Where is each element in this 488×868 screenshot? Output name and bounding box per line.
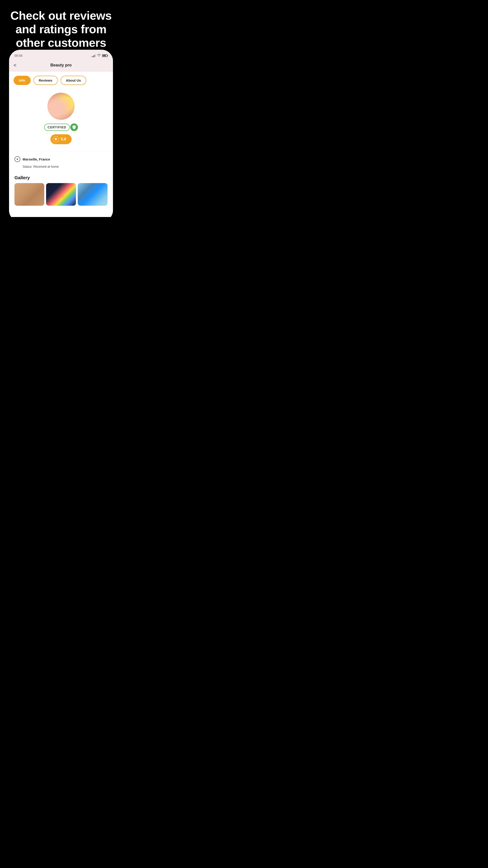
tab-info[interactable]: Info xyxy=(13,76,31,85)
wifi-icon xyxy=(97,54,101,57)
certified-label: CERTIFIED xyxy=(48,125,66,129)
certified-badge: CERTIFIED xyxy=(44,124,70,131)
signal-icon xyxy=(92,54,96,57)
info-section: Marseille, France Status: Received at ho… xyxy=(9,151,113,174)
avatar xyxy=(47,93,74,120)
location-icon xyxy=(14,156,20,162)
status-icons xyxy=(92,54,107,57)
gallery-item-3[interactable] xyxy=(78,183,107,206)
gallery-item-2[interactable] xyxy=(46,183,76,206)
rating-badge: 5.0 xyxy=(51,134,72,144)
status-time: 00:04 xyxy=(14,54,22,57)
certified-container: CERTIFIED xyxy=(44,123,78,131)
rating-value: 5.0 xyxy=(61,137,66,142)
battery-icon xyxy=(102,54,107,57)
hero-title: Check out reviews and ratings from other… xyxy=(7,9,115,50)
nav-bar: < Beauty pro xyxy=(9,61,113,72)
star-icon xyxy=(53,136,59,143)
location-text: Marseille, France xyxy=(23,157,50,161)
location-row: Marseille, France xyxy=(14,153,107,164)
back-button[interactable]: < xyxy=(13,62,17,68)
content-area[interactable]: Info Reviews About Us CERTIFIED xyxy=(9,72,113,217)
status-text: Status: Received at home xyxy=(14,164,107,171)
profile-section: CERTIFIED 5.0 xyxy=(9,88,113,151)
gallery-title: Gallery xyxy=(9,174,113,183)
status-bar: 00:04 xyxy=(9,50,113,61)
gallery-section: Gallery xyxy=(9,174,113,210)
tab-about[interactable]: About Us xyxy=(61,76,87,85)
hero-section: Check out reviews and ratings from other… xyxy=(0,0,122,56)
tabs-container: Info Reviews About Us xyxy=(9,72,113,88)
gallery-row xyxy=(9,183,113,210)
avatar-image xyxy=(47,93,74,120)
gallery-item-1[interactable] xyxy=(14,183,44,206)
tab-reviews[interactable]: Reviews xyxy=(33,76,58,85)
nav-title: Beauty pro xyxy=(51,63,72,68)
phone-mockup: 00:04 < Beauty pro xyxy=(9,50,113,217)
shield-check-icon xyxy=(70,123,78,131)
